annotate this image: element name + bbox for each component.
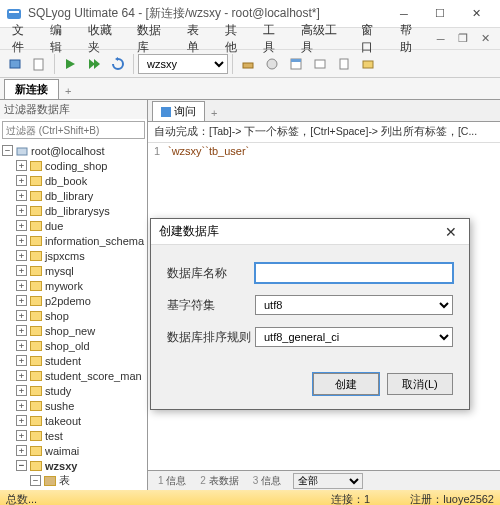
tree-db[interactable]: +shop <box>2 308 145 323</box>
svg-rect-14 <box>363 61 373 68</box>
tool-btn-1[interactable] <box>237 53 259 75</box>
new-connection-button[interactable] <box>4 53 26 75</box>
query-icon <box>161 107 171 117</box>
create-database-dialog: 创建数据库 ✕ 数据库名称 基字符集 utf8 数据库排序规则 utf8_gen… <box>150 218 470 410</box>
tree-db[interactable]: +mywork <box>2 278 145 293</box>
close-button[interactable]: ✕ <box>458 0 494 28</box>
tree-db[interactable]: +waimai <box>2 443 145 458</box>
menubar: 文件 编辑 收藏夹 数据库 表单 其他 工具 高级工具 窗口 帮助 ─ ❐ ✕ <box>0 28 500 50</box>
svg-point-9 <box>267 59 277 69</box>
menu-help[interactable]: 帮助 <box>392 20 430 58</box>
tree-root[interactable]: −root@localhost <box>2 143 145 158</box>
db-name-input[interactable] <box>255 263 453 283</box>
tool-btn-6[interactable] <box>357 53 379 75</box>
tree-db[interactable]: +jspxcms <box>2 248 145 263</box>
mdi-close-button[interactable]: ✕ <box>474 29 496 49</box>
result-tab-3[interactable]: 3 信息 <box>247 473 287 489</box>
menu-favorites[interactable]: 收藏夹 <box>80 20 129 58</box>
refresh-button[interactable] <box>107 53 129 75</box>
svg-marker-7 <box>115 57 118 61</box>
add-query-tab[interactable]: + <box>205 105 223 121</box>
connection-tab[interactable]: 新连接 <box>4 79 59 99</box>
add-connection-button[interactable]: + <box>59 83 77 99</box>
tree-table-item[interactable]: +tb_user <box>2 488 145 490</box>
tree-db[interactable]: +due <box>2 218 145 233</box>
svg-rect-2 <box>10 60 20 68</box>
connection-tabs: 新连接 + <box>0 78 500 100</box>
mdi-minimize-button[interactable]: ─ <box>430 29 452 49</box>
menu-database[interactable]: 数据库 <box>129 20 178 58</box>
dialog-close-button[interactable]: ✕ <box>441 224 461 240</box>
query-tabs: 询问 + <box>148 100 500 122</box>
dialog-title: 创建数据库 <box>159 223 441 240</box>
menu-table[interactable]: 表单 <box>179 20 217 58</box>
tree-db[interactable]: +student_score_man <box>2 368 145 383</box>
create-button[interactable]: 创建 <box>313 373 379 395</box>
tree-db[interactable]: +p2pdemo <box>2 293 145 308</box>
svg-rect-11 <box>291 59 301 62</box>
tree-db[interactable]: +mysql <box>2 263 145 278</box>
code-text: `wzsxy``tb_user` <box>168 145 249 157</box>
tree-db[interactable]: +coding_shop <box>2 158 145 173</box>
status-total: 总数... <box>6 492 37 506</box>
tree-db[interactable]: +test <box>2 428 145 443</box>
tree-db[interactable]: +db_library <box>2 188 145 203</box>
menu-other[interactable]: 其他 <box>217 20 255 58</box>
tree-db[interactable]: +information_schema <box>2 233 145 248</box>
result-tab-1[interactable]: 1 信息 <box>152 473 192 489</box>
svg-rect-15 <box>17 148 27 155</box>
svg-rect-13 <box>340 59 348 69</box>
tool-btn-2[interactable] <box>261 53 283 75</box>
tree-db[interactable]: +student <box>2 353 145 368</box>
collation-select[interactable]: utf8_general_ci <box>255 327 453 347</box>
result-tab-2[interactable]: 2 表数据 <box>194 473 244 489</box>
filter-input[interactable] <box>2 121 145 139</box>
svg-rect-8 <box>243 63 253 68</box>
tool-btn-4[interactable] <box>309 53 331 75</box>
tree-db-active[interactable]: −wzsxy <box>2 458 145 473</box>
svg-marker-6 <box>94 59 100 69</box>
collation-label: 数据库排序规则 <box>167 330 255 345</box>
cancel-button[interactable]: 取消(L) <box>387 373 453 395</box>
status-registration: 注册：luoye2562 <box>410 492 494 506</box>
tree-db[interactable]: +db_librarysys <box>2 203 145 218</box>
menu-file[interactable]: 文件 <box>4 20 42 58</box>
db-name-label: 数据库名称 <box>167 266 255 281</box>
tree-db[interactable]: +shop_old <box>2 338 145 353</box>
svg-rect-3 <box>34 59 43 70</box>
svg-marker-4 <box>66 59 75 69</box>
database-select[interactable]: wzsxy <box>138 54 228 74</box>
menu-edit[interactable]: 编辑 <box>42 20 80 58</box>
tree-db[interactable]: +sushe <box>2 398 145 413</box>
status-connections: 连接：1 <box>331 492 370 506</box>
menu-advtools[interactable]: 高级工具 <box>293 20 353 58</box>
statusbar: 总数... 连接：1 注册：luoye2562 <box>0 490 500 505</box>
scope-select[interactable]: 全部 <box>293 473 363 489</box>
sidebar-header: 过滤器数据库 <box>0 100 147 119</box>
tree-tables[interactable]: −表 <box>2 473 145 488</box>
svg-rect-0 <box>7 9 21 19</box>
menu-window[interactable]: 窗口 <box>353 20 391 58</box>
tree-db[interactable]: +study <box>2 383 145 398</box>
sidebar: 过滤器数据库 −root@localhost +coding_shop+db_b… <box>0 100 148 490</box>
svg-rect-1 <box>9 11 19 13</box>
database-tree: −root@localhost +coding_shop+db_book+db_… <box>0 141 147 490</box>
tool-btn-5[interactable] <box>333 53 355 75</box>
new-query-button[interactable] <box>28 53 50 75</box>
dialog-titlebar[interactable]: 创建数据库 ✕ <box>151 219 469 245</box>
result-tabs: 1 信息 2 表数据 3 信息 全部 <box>148 470 500 490</box>
autocomplete-hint: 自动完成：[Tab]-> 下一个标签，[Ctrl+Space]-> 列出所有标签… <box>148 122 500 143</box>
execute-button[interactable] <box>59 53 81 75</box>
menu-tools[interactable]: 工具 <box>255 20 293 58</box>
charset-select[interactable]: utf8 <box>255 295 453 315</box>
mdi-restore-button[interactable]: ❐ <box>452 29 474 49</box>
svg-rect-12 <box>315 60 325 68</box>
query-tab[interactable]: 询问 <box>152 101 205 121</box>
code-line[interactable]: 1 `wzsxy``tb_user` <box>148 143 500 159</box>
line-number: 1 <box>154 145 168 157</box>
tree-db[interactable]: +shop_new <box>2 323 145 338</box>
tree-db[interactable]: +db_book <box>2 173 145 188</box>
tree-db[interactable]: +takeout <box>2 413 145 428</box>
tool-btn-3[interactable] <box>285 53 307 75</box>
execute-all-button[interactable] <box>83 53 105 75</box>
